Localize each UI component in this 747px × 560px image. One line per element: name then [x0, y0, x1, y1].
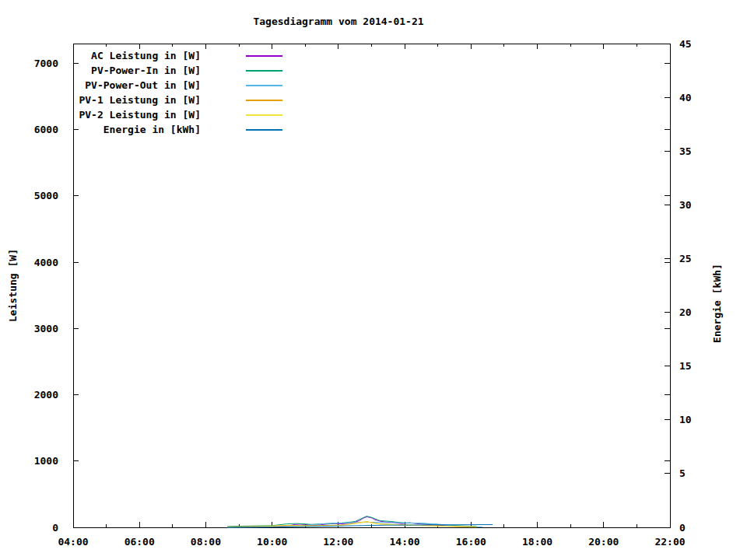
legend-label: AC Leistung in [W]: [72, 50, 201, 61]
y2-tick-label: 25: [679, 253, 692, 264]
legend-label: PV-1 Leistung in [W]: [72, 94, 201, 106]
x-tick-label: 14:00: [390, 536, 420, 548]
y2-tick-label: 40: [679, 92, 692, 103]
legend-swatch-line: [246, 70, 282, 72]
x-tick-label: 06:00: [124, 536, 155, 548]
y2-tick-label: 35: [679, 145, 692, 157]
legend-item: Energie in [kWh]: [72, 122, 282, 137]
y2-tick-label: 30: [679, 199, 692, 211]
x-tick-label: 04:00: [58, 536, 88, 548]
y2-tick-label: 45: [679, 38, 692, 50]
legend-item: AC Leistung in [W]: [72, 48, 282, 63]
y-tick-label: 6000: [34, 124, 58, 135]
legend-swatch-line: [246, 85, 282, 86]
legend: AC Leistung in [W] PV-Power-In in [W] PV…: [72, 48, 282, 137]
y2-tick-label: 5: [679, 467, 686, 479]
x-tick-label: 22:00: [654, 536, 685, 548]
x-tick-label: 18:00: [522, 536, 552, 548]
y-tick-label: 3000: [34, 323, 58, 334]
legend-swatch-line: [246, 114, 282, 116]
y-tick-label: 5000: [34, 190, 58, 201]
legend-item: PV-2 Leistung in [W]: [72, 107, 282, 122]
legend-item: PV-Power-In in [W]: [72, 63, 282, 78]
y2-tick-label: 15: [679, 360, 692, 372]
y-tick-label: 7000: [34, 58, 58, 69]
y-tick-label: 0: [52, 522, 58, 534]
legend-swatch-line: [246, 55, 282, 57]
y-tick-label: 4000: [34, 257, 58, 268]
y2-tick-label: 10: [679, 414, 692, 425]
y-tick-label: 1000: [34, 455, 58, 467]
y2-tick-label: 20: [679, 306, 692, 318]
x-tick-label: 08:00: [191, 536, 221, 548]
legend-item: PV-Power-Out in [W]: [72, 78, 282, 93]
legend-swatch-line: [246, 129, 282, 131]
legend-label: PV-Power-In in [W]: [72, 65, 201, 76]
y-tick-label: 2000: [34, 389, 58, 401]
chart: Tagesdiagramm vom 2014-01-21 Leistung [W…: [0, 0, 747, 560]
x-tick-label: 10:00: [257, 536, 287, 548]
x-tick-label: 20:00: [588, 536, 619, 548]
legend-label: PV-2 Leistung in [W]: [72, 109, 201, 121]
legend-label: Energie in [kWh]: [72, 124, 201, 135]
y2-tick-label: 0: [679, 522, 686, 534]
x-tick-label: 16:00: [456, 536, 486, 548]
legend-label: PV-Power-Out in [W]: [72, 79, 201, 91]
x-tick-label: 12:00: [323, 536, 353, 548]
legend-item: PV-1 Leistung in [W]: [72, 93, 282, 107]
legend-swatch-line: [246, 100, 282, 101]
